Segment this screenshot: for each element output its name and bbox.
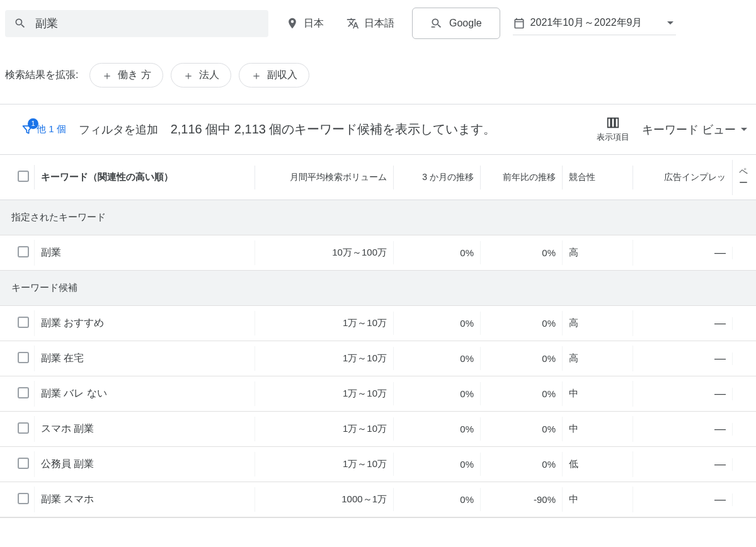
add-filter-button[interactable]: フィルタを追加 [79, 122, 158, 137]
columns-icon [605, 116, 621, 130]
td-volume: 10万～100万 [255, 240, 393, 265]
td-checkbox [0, 240, 34, 266]
section-given: 指定されたキーワード [0, 200, 756, 235]
td-page [732, 493, 756, 506]
td-checkbox [0, 346, 34, 371]
search-icon [14, 17, 26, 30]
row-checkbox[interactable] [18, 387, 29, 398]
table-row[interactable]: 副業 在宅1万～10万0%0%高— [0, 341, 756, 376]
network-label: Google [449, 18, 482, 29]
td-adimp: — [633, 451, 732, 477]
keywords-table: キーワード（関連性の高い順） 月間平均検索ボリューム 3 か月の推移 前年比の推… [0, 155, 756, 518]
td-page [732, 388, 756, 400]
filter-button[interactable]: 1 他 1 個 [21, 123, 66, 136]
td-adimp: — [633, 240, 732, 266]
expand-chip[interactable]: ＋法人 [171, 63, 231, 87]
td-volume: 1000～1万 [255, 487, 393, 512]
date-range-chip[interactable]: 2021年10月～2022年9月 [513, 11, 677, 35]
section-ideas: キーワード候補 [0, 271, 756, 306]
th-yoy[interactable]: 前年比の推移 [480, 166, 562, 189]
th-competition[interactable]: 競合性 [562, 166, 633, 189]
row-checkbox[interactable] [18, 352, 29, 363]
th-trend3m[interactable]: 3 か月の推移 [393, 166, 480, 189]
td-yoy: 0% [480, 382, 562, 405]
td-competition: 中 [562, 487, 633, 512]
expand-chip[interactable]: ＋副収入 [239, 63, 309, 87]
td-keyword: 副業 おすすめ [34, 310, 255, 336]
td-yoy: 0% [480, 312, 562, 335]
chevron-down-icon [667, 21, 673, 25]
td-volume: 1万～10万 [255, 452, 393, 477]
td-checkbox [0, 487, 34, 512]
plus-icon: ＋ [183, 70, 194, 81]
columns-button[interactable]: 表示項目 [597, 116, 629, 143]
row-checkbox[interactable] [18, 458, 29, 469]
td-checkbox [0, 310, 34, 336]
chip-label: 働き 方 [118, 69, 151, 82]
td-yoy: -90% [480, 488, 562, 511]
td-checkbox [0, 416, 34, 442]
td-adimp: — [633, 381, 732, 407]
table-row[interactable]: 副業 バレ ない1万～10万0%0%中— [0, 376, 756, 412]
language-chip[interactable]: 日本語 [341, 13, 399, 34]
select-all-checkbox[interactable] [18, 171, 29, 182]
row-checkbox[interactable] [18, 317, 29, 328]
expand-results-row: 検索結果を拡張: ＋働き 方 ＋法人 ＋副収入 [0, 47, 756, 104]
td-competition: 高 [562, 240, 633, 265]
chip-label: 法人 [199, 69, 219, 82]
td-keyword: 副業 在宅 [34, 346, 255, 371]
location-chip[interactable]: 日本 [281, 13, 329, 34]
td-trend3m: 0% [393, 382, 480, 405]
td-yoy: 0% [480, 417, 562, 441]
td-trend3m: 0% [393, 312, 480, 335]
date-range-label: 2021年10月～2022年9月 [530, 16, 643, 30]
td-checkbox [0, 381, 34, 407]
plus-icon: ＋ [101, 70, 113, 81]
results-summary: 2,116 個中 2,113 個のキーワード候補を表示しています。 [171, 121, 496, 138]
td-adimp: — [633, 487, 732, 512]
th-volume[interactable]: 月間平均検索ボリューム [255, 166, 393, 189]
network-chip[interactable]: Google [412, 8, 500, 39]
td-volume: 1万～10万 [255, 381, 393, 406]
td-yoy: 0% [480, 347, 562, 370]
table-row[interactable]: 副業 おすすめ1万～10万0%0%高— [0, 306, 756, 341]
td-keyword: 副業 バレ ない [34, 381, 255, 407]
th-keyword[interactable]: キーワード（関連性の高い順） [34, 165, 255, 189]
td-competition: 中 [562, 417, 633, 441]
td-competition: 低 [562, 452, 633, 477]
table-header: キーワード（関連性の高い順） 月間平均検索ボリューム 3 か月の推移 前年比の推… [0, 155, 756, 200]
td-page [732, 423, 756, 436]
td-page [732, 458, 756, 471]
chip-label: 副収入 [267, 69, 297, 82]
td-yoy: 0% [480, 241, 562, 264]
td-trend3m: 0% [393, 453, 480, 476]
expand-chip[interactable]: ＋働き 方 [89, 63, 163, 87]
svg-rect-0 [432, 26, 435, 28]
row-checkbox[interactable] [18, 246, 29, 257]
table-row[interactable]: 公務員 副業1万～10万0%0%低— [0, 447, 756, 482]
search-input[interactable] [34, 16, 260, 31]
td-volume: 1万～10万 [255, 417, 393, 441]
th-page[interactable]: ペー [732, 160, 756, 195]
td-keyword: スマホ 副業 [34, 416, 255, 442]
td-competition: 高 [562, 311, 633, 336]
td-keyword: 副業 スマホ [34, 487, 255, 512]
td-adimp: — [633, 346, 732, 371]
filter-badge: 1 [28, 118, 38, 129]
table-row[interactable]: 副業10万～100万0%0%高— [0, 235, 756, 271]
td-adimp: — [633, 310, 732, 336]
language-label: 日本語 [364, 17, 394, 30]
td-volume: 1万～10万 [255, 346, 393, 371]
th-checkbox [0, 164, 34, 190]
table-row[interactable]: 副業 スマホ1000～1万0%-90%中— [0, 482, 756, 517]
keyword-search[interactable] [5, 10, 268, 37]
th-adimp[interactable]: 広告インプレッ [633, 166, 732, 189]
table-row[interactable]: スマホ 副業1万～10万0%0%中— [0, 412, 756, 447]
row-checkbox[interactable] [18, 493, 29, 504]
svg-rect-2 [612, 118, 615, 128]
chevron-down-icon [741, 128, 747, 131]
row-checkbox[interactable] [18, 422, 29, 434]
view-select[interactable]: キーワード ビュー [642, 122, 747, 137]
location-label: 日本 [304, 17, 324, 30]
network-icon [430, 17, 443, 30]
